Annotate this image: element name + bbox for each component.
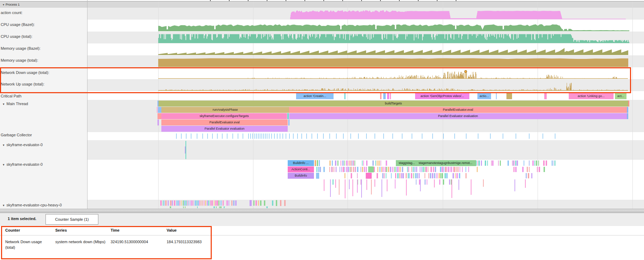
slice[interactable]: actio...	[477, 93, 491, 99]
track-label-text: Network Down usage (total):	[1, 70, 49, 75]
track-label-main-thread[interactable]: ▾Main Thread	[0, 102, 28, 106]
micro-slice[interactable]	[250, 200, 252, 206]
micro-slice[interactable]	[344, 93, 345, 99]
slice[interactable]: act...	[615, 93, 626, 99]
slice[interactable]: Parallel Evaluator evaluation	[161, 126, 288, 132]
track-label-cpu-usage-total: CPU usage (total):	[0, 34, 32, 39]
collapse-arrow-icon[interactable]: ▾	[3, 163, 5, 166]
collapse-arrow-icon[interactable]: ▾	[3, 102, 5, 106]
slice[interactable]: runAnalysisPhase	[161, 107, 289, 113]
micro-slice[interactable]	[627, 107, 628, 113]
track-label-text: skyframe-evaluator-0	[7, 162, 43, 166]
micro-slice[interactable]	[496, 93, 497, 99]
trace-viewer-app: ▾Process 1 action 'Creatin...action 'Gen…	[0, 0, 644, 260]
track-label-text: Main Thread	[7, 102, 28, 106]
micro-slice[interactable]	[158, 107, 161, 113]
cell-value[interactable]: 184.1793113323983	[167, 239, 212, 245]
collapse-arrow-icon[interactable]: ▾	[3, 143, 5, 147]
micro-slice[interactable]	[390, 93, 391, 99]
sidebar-divider[interactable]	[87, 0, 88, 209]
micro-slice[interactable]	[280, 200, 281, 206]
slice[interactable]: action 'Linking go...	[569, 93, 614, 99]
micro-slice[interactable]	[186, 141, 186, 159]
slice[interactable]: buildTargets	[159, 101, 628, 107]
cell-counter[interactable]: Network Down usage (total)	[5, 239, 51, 250]
ruler-tick	[361, 0, 362, 1]
col-header-series: Series	[55, 228, 106, 232]
micro-slice[interactable]	[287, 113, 289, 119]
micro-slice[interactable]	[628, 101, 629, 107]
track-label-critical-path: Critical Path	[0, 94, 21, 98]
process-header[interactable]: ▾Process 1	[0, 1, 644, 8]
ruler-tick	[229, 0, 230, 1]
collapse-arrow-icon[interactable]: ▾	[3, 3, 4, 6]
slice[interactable]: Parallel Evaluator evaluation	[289, 113, 627, 119]
selection-status: 1 item selected.	[8, 217, 36, 221]
tab-counter-sample[interactable]: Counter Sample (1)	[46, 214, 98, 225]
micro-slice[interactable]	[288, 119, 289, 125]
micro-slice[interactable]	[506, 93, 512, 99]
panel-splitter[interactable]	[0, 209, 644, 213]
ruler-tick	[210, 0, 211, 1]
table-header-divider	[0, 235, 644, 235]
track-label-text: Critical Path	[1, 94, 21, 98]
track-label-garbage-collector: Garbage Collector	[0, 133, 32, 137]
micro-slice[interactable]	[627, 113, 628, 119]
track-label-text: CPU usage (total):	[1, 34, 32, 39]
ruler-tick	[286, 0, 286, 1]
micro-slice[interactable]	[319, 160, 320, 166]
track-label-text: action count:	[1, 11, 22, 15]
track-label-skyframe-evaluator-cpu-heavy-0[interactable]: ▾skyframe-evaluator-cpu-heavy-0	[0, 203, 62, 207]
ruler-tick	[456, 0, 456, 1]
ruler-tick	[304, 0, 305, 1]
details-panel: 1 item selected. Counter Sample (1) Coun…	[0, 213, 644, 260]
details-tabstrip: 1 item selected. Counter Sample (1)	[0, 213, 644, 226]
micro-slice[interactable]	[544, 93, 547, 99]
track-label-text: skyframe-evaluator-cpu-heavy-0	[7, 203, 62, 207]
collapse-arrow-icon[interactable]: ▾	[3, 204, 5, 207]
micro-slice[interactable]	[383, 93, 386, 99]
overlapping-slice-label: staggstag...	[399, 160, 415, 166]
slice[interactable]: ParallelEvaluator.eval	[289, 107, 627, 113]
track-label-network-up-usage-total: Network Up usage (total):	[0, 82, 44, 87]
track-label-action-count: action count:	[0, 11, 22, 15]
micro-slice[interactable]	[185, 146, 186, 153]
micro-slice[interactable]	[380, 93, 382, 99]
track-label-text: Memory usage (total):	[1, 58, 38, 62]
track-label-text: Garbage Collector	[1, 133, 32, 137]
counter-sample-table: Counter Series Time Value Network Down u…	[0, 226, 644, 260]
overlapping-slice-label: stagemanotestagugnbustmige.remot...	[419, 160, 472, 166]
slice[interactable]: ParallelEvaluator.eval	[161, 119, 288, 125]
slice[interactable]: action 'GenObjcProtos video/...	[415, 93, 469, 99]
micro-slice[interactable]	[157, 107, 158, 113]
col-header-time: Time	[111, 228, 163, 232]
ruler-tick	[380, 0, 381, 1]
ruler-tick	[418, 0, 419, 1]
micro-slice[interactable]	[158, 101, 159, 107]
ruler-tick	[267, 0, 267, 1]
slice[interactable]: ActionConti...	[288, 166, 314, 172]
col-header-counter: Counter	[5, 228, 51, 232]
track-label-cpu-usage-bazel: CPU usage (Bazel):	[0, 22, 35, 27]
slice[interactable]: skyframeExecutor.configureTargets	[161, 113, 287, 119]
track-label-skyframe-evaluator-0[interactable]: ▾skyframe-evaluator-0	[0, 143, 43, 147]
cell-time[interactable]: 324190.51300000004	[111, 239, 163, 245]
micro-slice[interactable]	[158, 113, 161, 119]
track-label-network-down-usage-total: Network Down usage (total):	[0, 70, 49, 75]
micro-slice[interactable]	[317, 160, 318, 166]
track-label-memory-usage-total: Memory usage (total):	[0, 58, 38, 63]
slice[interactable]: action 'Creatin...	[296, 93, 334, 99]
slice[interactable]: BuildInfo	[288, 173, 314, 179]
micro-slice[interactable]	[276, 200, 277, 206]
micro-slice[interactable]	[315, 160, 316, 166]
slice[interactable]: BuildInfo ...	[288, 160, 314, 166]
micro-slice[interactable]	[316, 173, 319, 179]
micro-slice[interactable]	[368, 166, 374, 172]
ruler-tick	[399, 0, 400, 1]
micro-slice[interactable]	[387, 93, 389, 99]
cell-series[interactable]: system network down (Mbps)	[55, 239, 106, 245]
track-label-skyframe-evaluator-0[interactable]: ▾skyframe-evaluator-0	[0, 162, 43, 167]
micro-slice[interactable]	[284, 200, 286, 206]
micro-slice[interactable]	[158, 119, 159, 125]
micro-slice[interactable]	[366, 173, 372, 179]
